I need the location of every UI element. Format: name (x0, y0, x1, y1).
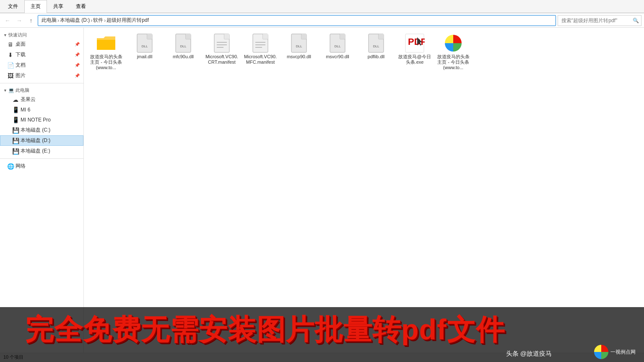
file-item-colorlogo[interactable]: 故道疫马的头条主页 - 今日头条 (www.to... (434, 31, 472, 73)
path-sep-2: › (91, 18, 92, 23)
back-button[interactable]: ← (3, 16, 13, 26)
sidebar-item-drive-e[interactable]: 💾 本地磁盘 (E:) (0, 146, 83, 156)
documents-icon: 📄 (7, 62, 14, 69)
svg-rect-26 (340, 34, 345, 39)
sidebar-desktop-label: 桌面 (16, 41, 26, 48)
file-jmail-name: jmail.dll (137, 54, 153, 59)
mi-note-pro-icon: 📱 (12, 116, 19, 123)
sidebar-item-mi-note-pro[interactable]: 📱 MI NOTE Pro (0, 115, 83, 125)
sidebar-item-drive-d[interactable]: 💾 本地磁盘 (D:) (0, 135, 83, 146)
logo-text: 一视例点网 (610, 349, 636, 356)
this-pc-arrow: ▼ (3, 88, 7, 93)
sidebar-item-downloads[interactable]: ⬇ 下载 📌 (0, 49, 83, 60)
tab-file[interactable]: 文件 (2, 0, 24, 13)
address-path[interactable]: 此电脑 › 本地磁盘 (D:) › 软件 › 超级好用图片转pdf (38, 15, 556, 26)
this-pc-header[interactable]: ▼ 💻 此电脑 (0, 85, 83, 94)
mi6-icon: 📱 (12, 106, 19, 113)
sidebar-item-desktop[interactable]: 🖥 桌面 📌 (0, 39, 83, 49)
sidebar-item-network[interactable]: 🌐 网络 (0, 161, 83, 171)
sidebar-drive-e-label: 本地磁盘 (E:) (21, 147, 50, 155)
file-grid: 故道疫马的头条主页 - 今日头条 (www.to... DLL jmail.dl… (87, 31, 641, 73)
file-msvcr90-name: msvcr90.dll (326, 54, 349, 59)
svg-rect-10 (224, 34, 229, 39)
sidebar-item-shengguo[interactable]: ☁ 圣果云 (0, 94, 83, 105)
quick-access-header[interactable]: ▼ 快速访问 (0, 30, 83, 39)
sidebar-downloads-label: 下载 (16, 51, 26, 58)
file-item-pdflib[interactable]: DLL pdflib.dll (357, 31, 395, 73)
path-computer: 此电脑 (42, 17, 57, 24)
search-input[interactable] (558, 15, 641, 26)
sidebar-item-mi6[interactable]: 📱 MI 6 (0, 105, 83, 115)
svg-rect-30 (379, 34, 384, 39)
this-pc-section: ▼ 💻 此电脑 ☁ 圣果云 📱 MI 6 📱 MI NOTE Pro 💾 本地磁… (0, 85, 83, 157)
network-icon: 🌐 (7, 163, 14, 170)
sidebar-separator-1 (0, 83, 83, 83)
manifest-icon-mfc (250, 33, 270, 53)
tab-home[interactable]: 主页 (24, 0, 47, 13)
file-item-exe[interactable]: PDF 故道疫马@今日头条.exe (396, 31, 434, 73)
overlay-logo: 一视例点网 (594, 344, 636, 359)
sidebar-drive-d-label: 本地磁盘 (D:) (21, 137, 50, 144)
file-item-jmail[interactable]: DLL jmail.dll (126, 31, 164, 73)
dll-icon-msvcr90: DLL (327, 33, 348, 53)
sidebar-drive-c-label: 本地磁盘 (C:) (21, 127, 50, 134)
folder-icon (96, 33, 116, 53)
sidebar-item-pictures[interactable]: 🖼 图片 📌 (0, 70, 83, 81)
svg-text:DLL: DLL (373, 44, 379, 48)
this-pc-label: 此电脑 (16, 87, 29, 93)
dll-icon-msvcp90: DLL (289, 33, 309, 53)
sidebar-item-drive-c[interactable]: 💾 本地磁盘 (C:) (0, 125, 83, 135)
sidebar-shengguo-label: 圣果云 (21, 96, 36, 103)
sidebar-pictures-label: 图片 (16, 72, 26, 79)
drive-d-icon: 💾 (12, 137, 19, 144)
svg-text:DLL: DLL (180, 44, 187, 48)
svg-text:DLL: DLL (335, 44, 341, 48)
tab-view[interactable]: 查看 (70, 0, 92, 13)
path-software: 软件 (93, 17, 103, 24)
file-item-folder[interactable]: 故道疫马的头条主页 - 今日头条 (www.to... (87, 31, 125, 73)
search-wrapper: 🔍 (558, 15, 641, 26)
file-colorlogo-name: 故道疫马的头条主页 - 今日头条 (www.to... (436, 54, 470, 71)
quick-access-arrow: ▼ (3, 33, 7, 37)
svg-text:DLL: DLL (142, 44, 148, 48)
overlay-title: 完全免费无需安装图片批量转pdf文件 (25, 314, 619, 345)
dll-icon-pdflib: DLL (366, 33, 386, 53)
network-section: 🌐 网络 (0, 160, 83, 172)
tab-share[interactable]: 共享 (47, 0, 70, 13)
file-crt-manifest-name: Microsoft.VC90.CRT.manifest (205, 54, 239, 65)
downloads-icon: ⬇ (7, 52, 14, 58)
sidebar: ▼ 快速访问 🖥 桌面 📌 ⬇ 下载 📌 📄 文档 📌 🖼 图片 � (0, 28, 84, 353)
file-item-mfc90u[interactable]: DLL mfc90u.dll (164, 31, 202, 73)
sidebar-mi6-label: MI 6 (21, 107, 30, 113)
file-item-crt-manifest[interactable]: Microsoft.VC90.CRT.manifest (203, 31, 241, 73)
content-area: 故道疫马的头条主页 - 今日头条 (www.to... DLL jmail.dl… (84, 28, 644, 353)
forward-button[interactable]: → (14, 16, 24, 26)
file-item-msvcr90[interactable]: DLL msvcr90.dll (319, 31, 356, 73)
main-layout: ▼ 快速访问 🖥 桌面 📌 ⬇ 下载 📌 📄 文档 📌 🖼 图片 � (0, 28, 644, 353)
shengguo-icon: ☁ (12, 96, 19, 103)
sidebar-item-documents[interactable]: 📄 文档 📌 (0, 60, 83, 70)
svg-text:PDF: PDF (408, 36, 425, 47)
sidebar-documents-label: 文档 (16, 62, 26, 69)
drive-c-icon: 💾 (12, 127, 19, 134)
drive-e-icon: 💾 (12, 148, 19, 155)
file-mfc90u-name: mfc90u.dll (173, 54, 194, 59)
file-item-msvcp90[interactable]: DLL msvcp90.dll (280, 31, 318, 73)
pin-icon-pictures: 📌 (75, 73, 80, 78)
pin-icon-documents: 📌 (75, 63, 80, 68)
file-item-mfc-manifest[interactable]: Microsoft.VC90.MFC.manifest (242, 31, 279, 73)
file-folder-name: 故道疫马的头条主页 - 今日头条 (www.to... (89, 54, 123, 71)
file-msvcp90-name: msvcp90.dll (287, 54, 311, 59)
dll-icon-mfc90u: DLL (173, 33, 193, 53)
overlay-banner: 完全免费无需安装图片批量转pdf文件 头条 @故道疫马 一视例点网 (0, 307, 644, 362)
sidebar-separator-2 (0, 158, 83, 159)
manifest-icon-crt (212, 33, 232, 53)
up-button[interactable]: ↑ (26, 16, 36, 26)
sidebar-mi-note-pro-label: MI NOTE Pro (21, 117, 51, 123)
sidebar-network-label: 网络 (16, 163, 26, 170)
svg-text:DLL: DLL (296, 44, 302, 48)
pictures-icon: 🖼 (7, 72, 14, 79)
ribbon-tab-bar: 文件 主页 共享 查看 (0, 0, 644, 13)
svg-rect-22 (301, 34, 306, 39)
ribbon: 文件 主页 共享 查看 (0, 0, 644, 13)
